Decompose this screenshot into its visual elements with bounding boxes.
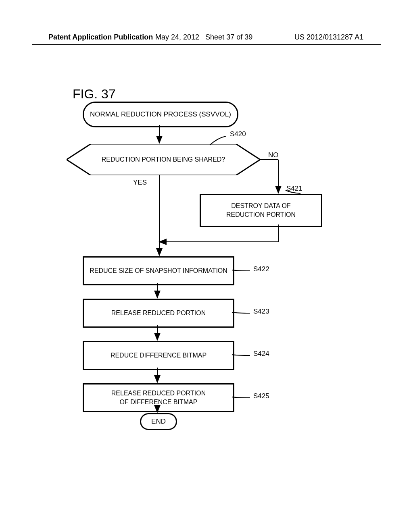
process-s422: REDUCE SIZE OF SNAPSHOT INFORMATION: [83, 256, 234, 285]
step-label-s421: S421: [286, 185, 302, 193]
no-label: NO: [268, 151, 279, 159]
process-s422-text: REDUCE SIZE OF SNAPSHOT INFORMATION: [90, 266, 227, 275]
step-label-s423: S423: [253, 308, 269, 316]
process-s424: REDUCE DIFFERENCE BITMAP: [83, 341, 234, 370]
process-s423: RELEASE REDUCED PORTION: [83, 299, 234, 328]
process-s425-text: RELEASE REDUCED PORTION OF DIFFERENCE BI…: [111, 389, 206, 406]
header-date: May 24, 2012 Sheet 37 of 39: [155, 33, 252, 42]
start-text: NORMAL REDUCTION PROCESS (SSVVOL): [90, 110, 231, 118]
step-label-s424: S424: [253, 350, 269, 358]
header-date-text: May 24, 2012: [155, 33, 199, 41]
yes-label: YES: [133, 179, 147, 187]
end-terminator: END: [140, 413, 177, 430]
process-s423-text: RELEASE REDUCED PORTION: [111, 309, 206, 318]
end-text: END: [151, 418, 166, 426]
header-left: Patent Application Publication: [48, 33, 153, 42]
step-label-s420: S420: [230, 130, 246, 138]
figure-label: FIG. 37: [73, 87, 116, 102]
step-label-s422: S422: [253, 265, 269, 273]
start-terminator: NORMAL REDUCTION PROCESS (SSVVOL): [83, 102, 238, 127]
process-s424-text: REDUCE DIFFERENCE BITMAP: [111, 351, 206, 360]
header-sheet: Sheet 37 of 39: [205, 33, 252, 41]
step-label-s425: S425: [253, 392, 269, 400]
decision-shared: REDUCTION PORTION BEING SHARED?: [67, 144, 260, 175]
header-pubno: US 2012/0131287 A1: [294, 33, 363, 42]
decision-text: REDUCTION PORTION BEING SHARED?: [67, 144, 260, 175]
header-rule: [32, 44, 381, 45]
process-destroy: DESTROY DATA OF REDUCTION PORTION: [200, 194, 322, 227]
process-s425: RELEASE REDUCED PORTION OF DIFFERENCE BI…: [83, 383, 234, 412]
process-destroy-text: DESTROY DATA OF REDUCTION PORTION: [226, 202, 296, 219]
page: Patent Application Publication May 24, 2…: [0, 0, 413, 532]
